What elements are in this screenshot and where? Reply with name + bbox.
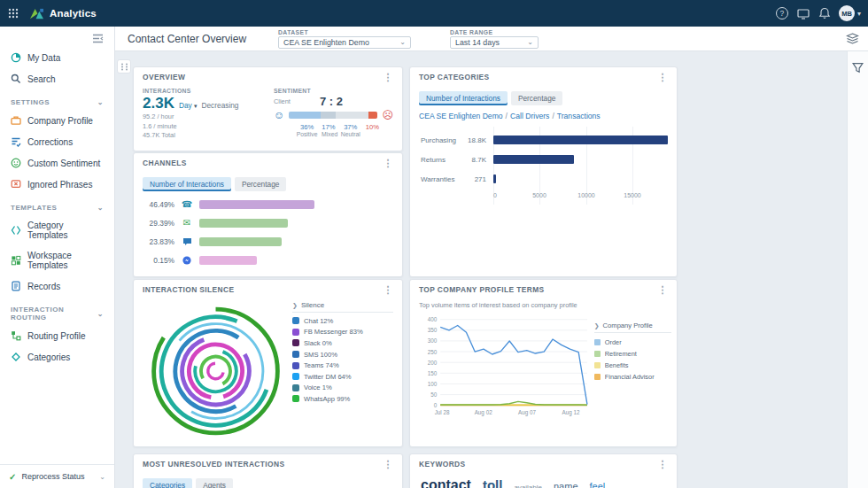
card-title: KEYWORDS [419, 460, 466, 469]
sidebar-item-category-templates[interactable]: Category Templates [0, 215, 114, 245]
devices-icon[interactable] [793, 3, 814, 24]
legend-item-benefits[interactable]: Benefits [594, 360, 671, 371]
sidebar-item-ignored-phrases[interactable]: Ignored Phrases [0, 174, 114, 195]
trend-label: Decreasing [202, 101, 239, 110]
help-icon[interactable]: ? [771, 3, 793, 24]
kebab-menu-icon[interactable]: ⋮ [384, 73, 393, 82]
segment-label-negative: 10% [366, 123, 374, 137]
slack-icon [292, 339, 299, 346]
top-company-profile-terms-card: TOP COMPANY PROFILE TERMS ⋮ Top volume i… [409, 279, 678, 447]
profile-terms-line-chart[interactable]: 0 50 100 150 200 250 300 350 400 Jul 28 … [417, 311, 594, 426]
tab-number-of-interactions[interactable]: Number of Interactions [419, 91, 508, 105]
svg-text:300: 300 [428, 337, 438, 344]
keyword[interactable]: name [554, 481, 578, 488]
layers-icon[interactable] [846, 33, 859, 44]
channel-pct: 0.15% [143, 256, 174, 265]
sidebar-item-custom-sentiment[interactable]: Custom Sentiment [0, 152, 114, 174]
sidebar-item-my-data[interactable]: My Data [0, 47, 114, 68]
legend-item-sms[interactable]: SMS 100% [292, 349, 393, 360]
legend-item-retirement[interactable]: Retirement [594, 348, 671, 360]
panel-drag-handle-icon[interactable] [117, 59, 131, 74]
segment-label-mixed: 17%Mixed [322, 123, 336, 137]
sidebar-item-corrections[interactable]: Corrections [0, 131, 114, 152]
tab-agents[interactable]: Agents [196, 478, 233, 488]
sidebar-section-templates[interactable]: TEMPLATES ⌄ [0, 195, 114, 215]
tab-number-of-interactions[interactable]: Number of Interactions [143, 177, 231, 191]
overview-card: OVERVIEW ⋮ INTERACTIONS 2.3K Day ▾ Decre… [133, 66, 403, 151]
legend-item-voice[interactable]: Voice 1% [292, 383, 393, 394]
sidebar-section-interaction-routing[interactable]: INTERACTION ROUTING ⌄ [0, 297, 114, 325]
kebab-menu-icon[interactable]: ⋮ [658, 73, 668, 82]
keyword[interactable]: toll [483, 477, 503, 488]
sidebar-item-label: Ignored Phrases [27, 180, 92, 190]
kebab-menu-icon[interactable]: ⋮ [384, 285, 393, 295]
sidebar-collapse-icon[interactable] [0, 27, 114, 47]
client-label: Client [274, 97, 291, 105]
svg-text:400: 400 [428, 316, 438, 322]
kebab-menu-icon[interactable]: ⋮ [384, 159, 393, 168]
bar-row-returns: Returns 8.7K [421, 150, 668, 169]
legend-item-slack[interactable]: Slack 0% [292, 337, 393, 349]
period-select[interactable]: Day ▾ [179, 101, 198, 110]
reprocess-status[interactable]: ✓ Reprocess Status ⌄ [0, 464, 114, 488]
silence-legend-header[interactable]: ❯ Silence [292, 301, 393, 313]
legend-item-teams[interactable]: Teams 74% [292, 360, 393, 371]
sidebar-item-records[interactable]: Records [0, 275, 114, 297]
sidebar-item-label: Category Templates [27, 221, 104, 240]
breadcrumb-transactions[interactable]: Transactions [557, 112, 601, 120]
list-check-icon [11, 136, 21, 147]
keyword[interactable]: available [514, 484, 542, 488]
sidebar-item-categories[interactable]: Categories [0, 346, 114, 368]
legend-item-chat[interactable]: Chat 12% [292, 315, 393, 327]
breadcrumb-dataset[interactable]: CEA SE Enlighten Demo [419, 112, 503, 120]
bar [493, 136, 668, 144]
legend-item-fb-messenger[interactable]: FB Messenger 83% [292, 327, 393, 338]
silence-radial-chart[interactable] [143, 301, 289, 441]
sidebar: My Data Search SETTINGS ⌄ Company Profil… [0, 27, 115, 488]
channel-row-messenger: 0.15% [134, 251, 402, 269]
user-avatar[interactable]: MB [839, 5, 855, 21]
keyword[interactable]: contact [421, 477, 471, 488]
kebab-menu-icon[interactable]: ⋮ [384, 460, 393, 469]
daterange-select[interactable]: Last 14 days ⌄ [450, 36, 539, 49]
user-menu-chevron-icon[interactable]: ▾ [857, 10, 861, 18]
kebab-menu-icon[interactable]: ⋮ [658, 460, 668, 469]
check-icon: ✓ [9, 472, 16, 482]
legend-item-order[interactable]: Order [594, 337, 671, 348]
dataset-select[interactable]: CEA SE Enlighten Demo ⌄ [278, 36, 411, 49]
tab-percentage[interactable]: Percentage [235, 177, 286, 191]
breadcrumb-call-drivers[interactable]: Call Drivers [510, 112, 549, 120]
tab-percentage[interactable]: Percentage [511, 91, 562, 105]
channel-bar [199, 219, 288, 228]
interactions-value: 2.3K [143, 95, 174, 112]
legend-item-twitter-dm[interactable]: Twitter DM 64% [292, 371, 393, 383]
sidebar-item-label: Categories [27, 352, 70, 362]
x-tick: 10000 [577, 192, 594, 198]
notifications-bell-icon[interactable] [814, 3, 835, 24]
legend-header[interactable]: ❯ Company Profile [594, 321, 671, 333]
channel-pct: 46.49% [143, 200, 174, 209]
app-launcher-icon[interactable] [0, 0, 27, 27]
flow-nodes-icon [11, 330, 21, 341]
kebab-menu-icon[interactable]: ⋮ [658, 285, 668, 295]
sidebar-item-workspace-templates[interactable]: Workspace Templates [0, 245, 114, 275]
whatsapp-icon [292, 395, 299, 402]
sidebar-item-label: Records [27, 282, 60, 291]
sidebar-item-company-profile[interactable]: Company Profile [0, 110, 114, 131]
channel-row-voice: 46.49% ☎ [134, 195, 402, 213]
svg-text:Aug 02: Aug 02 [475, 409, 492, 416]
legend-item-whatsapp[interactable]: WhatsApp 99% [292, 393, 393, 405]
filter-rail [847, 51, 868, 488]
sidebar-item-routing-profile[interactable]: Routing Profile [0, 325, 114, 346]
sidebar-item-search[interactable]: Search [0, 68, 114, 89]
tab-categories[interactable]: Categories [143, 478, 192, 488]
filter-funnel-icon[interactable] [852, 62, 864, 74]
legend-item-financial-advisor[interactable]: Financial Advisor [594, 371, 671, 383]
keyword[interactable]: feel [590, 481, 606, 488]
card-title: TOP COMPANY PROFILE TERMS [419, 285, 545, 294]
x-tick: 0 [493, 192, 497, 198]
top-categories-chart[interactable]: Purchasing 18.8K Returns 8.7K Warranties… [410, 125, 677, 205]
sidebar-section-settings[interactable]: SETTINGS ⌄ [0, 89, 114, 110]
pie-data-icon [11, 52, 21, 63]
bar-value: 18.8K [461, 136, 486, 144]
